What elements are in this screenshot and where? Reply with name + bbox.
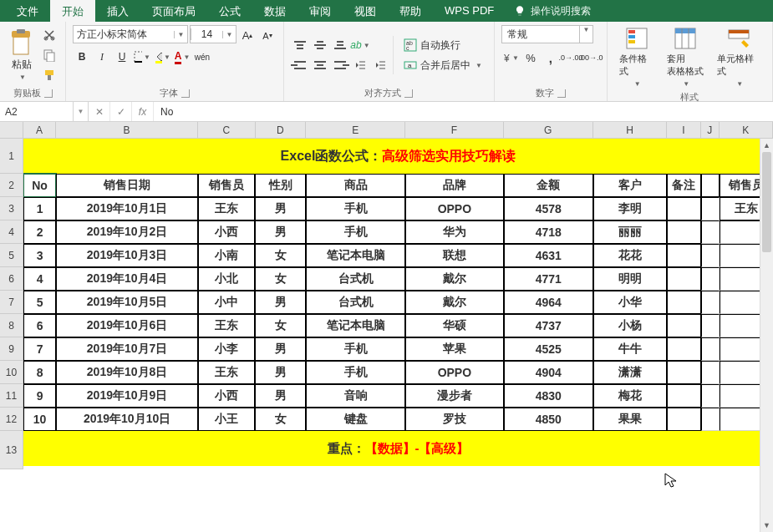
data-cell[interactable]: 笔记本电脑 [306, 314, 405, 337]
column-header-J[interactable]: J [701, 122, 720, 139]
align-right-button[interactable] [331, 57, 349, 73]
data-cell[interactable]: 潇潇 [593, 361, 667, 384]
column-header-F[interactable]: F [405, 122, 503, 139]
data-cell[interactable]: 手机 [306, 220, 405, 244]
select-all-corner[interactable] [0, 122, 23, 139]
row-header-13[interactable]: 13 [0, 431, 23, 469]
data-cell[interactable]: 4771 [504, 267, 593, 291]
font-size-combo[interactable]: 14 ▼ [190, 25, 236, 43]
row-header-9[interactable]: 9 [0, 337, 23, 361]
font-name-combo[interactable]: 方正小标宋简体 ▼ [73, 25, 188, 43]
row-header-11[interactable]: 11 [0, 384, 23, 408]
data-cell[interactable]: 4904 [504, 361, 593, 384]
data-cell[interactable]: 键盘 [306, 408, 405, 431]
header-cell[interactable]: 品牌 [405, 174, 503, 197]
column-header-G[interactable]: G [504, 122, 593, 139]
data-cell[interactable]: 苹果 [405, 337, 503, 361]
data-cell[interactable]: OPPO [405, 197, 503, 220]
data-cell[interactable]: 华硕 [405, 314, 503, 337]
data-cell[interactable]: 小中 [198, 291, 255, 314]
paste-button[interactable]: 粘贴 ▼ [7, 28, 37, 83]
tab-wps-pdf[interactable]: WPS PDF [433, 0, 506, 22]
data-cell[interactable]: 小华 [593, 291, 667, 314]
tab-view[interactable]: 视图 [343, 0, 388, 22]
format-painter-button[interactable] [40, 66, 58, 84]
chevron-down-icon[interactable]: ▼ [579, 26, 592, 43]
dialog-launcher-icon[interactable] [404, 89, 413, 98]
align-top-button[interactable] [291, 37, 309, 53]
tab-file[interactable]: 文件 [5, 0, 50, 22]
header-cell[interactable]: 备注 [667, 174, 701, 197]
dialog-launcher-icon[interactable] [181, 89, 190, 98]
cell[interactable] [701, 291, 720, 314]
data-cell[interactable]: 王东 [198, 314, 255, 337]
scroll-thumb[interactable] [762, 152, 771, 252]
cut-button[interactable] [40, 26, 58, 44]
cancel-formula-button[interactable]: ✕ [89, 102, 110, 121]
data-cell[interactable]: 6 [23, 314, 56, 337]
data-cell[interactable]: 男 [255, 291, 306, 314]
data-cell[interactable]: 男 [255, 337, 306, 361]
data-cell[interactable]: 王东 [198, 197, 255, 220]
data-cell[interactable] [667, 244, 701, 267]
data-cell[interactable]: 2019年10月7日 [56, 337, 198, 361]
data-cell[interactable]: 笔记本电脑 [306, 244, 405, 267]
scroll-down-button[interactable]: ▼ [760, 519, 773, 532]
data-cell[interactable]: 男 [255, 220, 306, 244]
row-header-12[interactable]: 12 [0, 408, 23, 431]
tab-review[interactable]: 审阅 [298, 0, 343, 22]
wrap-text-button[interactable]: abc自动换行 [399, 36, 487, 54]
data-cell[interactable] [667, 267, 701, 291]
data-cell[interactable]: 梅花 [593, 384, 667, 408]
font-color-button[interactable]: A▼ [173, 48, 191, 66]
data-cell[interactable]: 小李 [198, 337, 255, 361]
tab-home[interactable]: 开始 [50, 0, 95, 22]
data-cell[interactable]: 李明 [593, 197, 667, 220]
data-cell[interactable]: 2019年10月4日 [56, 267, 198, 291]
data-cell[interactable]: OPPO [405, 361, 503, 384]
column-header-A[interactable]: A [23, 122, 56, 139]
header-cell[interactable]: 销售日期 [56, 174, 198, 197]
data-cell[interactable]: 2019年10月2日 [56, 220, 198, 244]
accounting-format-button[interactable]: ¥▼ [501, 48, 520, 67]
data-cell[interactable]: 王东 [198, 361, 255, 384]
cell[interactable] [701, 220, 720, 244]
title-cell[interactable]: Excel函数公式：高级筛选实用技巧解读 [23, 139, 773, 174]
data-cell[interactable]: 4737 [504, 314, 593, 337]
spreadsheet-grid[interactable]: 12345678910111213 ABCDEFGHIJK Excel函数公式：… [0, 122, 773, 532]
align-bottom-button[interactable] [331, 37, 349, 53]
data-cell[interactable]: 4 [23, 267, 56, 291]
data-cell[interactable]: 男 [255, 361, 306, 384]
row-header-2[interactable]: 2 [0, 174, 23, 197]
data-cell[interactable]: 花花 [593, 244, 667, 267]
data-cell[interactable]: 戴尔 [405, 267, 503, 291]
chevron-down-icon[interactable]: ▼ [222, 31, 236, 38]
row-header-8[interactable]: 8 [0, 314, 23, 337]
data-cell[interactable]: 10 [23, 408, 56, 431]
data-cell[interactable]: 5 [23, 291, 56, 314]
data-cell[interactable]: 男 [255, 384, 306, 408]
data-cell[interactable]: 女 [255, 244, 306, 267]
data-cell[interactable]: 戴尔 [405, 291, 503, 314]
dialog-launcher-icon[interactable] [557, 89, 566, 98]
data-cell[interactable] [667, 384, 701, 408]
data-cell[interactable]: 女 [255, 314, 306, 337]
data-cell[interactable]: 男 [255, 197, 306, 220]
cell[interactable] [701, 267, 720, 291]
conditional-format-button[interactable]: 条件格式▼ [614, 25, 659, 89]
data-cell[interactable]: 3 [23, 244, 56, 267]
data-cell[interactable]: 罗技 [405, 408, 503, 431]
column-header-K[interactable]: K [720, 122, 773, 139]
data-cell[interactable]: 手机 [306, 197, 405, 220]
row-header-6[interactable]: 6 [0, 267, 23, 291]
data-cell[interactable]: 1 [23, 197, 56, 220]
tab-formula[interactable]: 公式 [207, 0, 252, 22]
data-cell[interactable]: 2 [23, 220, 56, 244]
scroll-track[interactable] [760, 152, 773, 519]
column-header-E[interactable]: E [306, 122, 405, 139]
data-cell[interactable] [667, 337, 701, 361]
data-cell[interactable]: 4850 [504, 408, 593, 431]
name-box-dropdown[interactable]: ▼ [74, 102, 89, 121]
row-header-5[interactable]: 5 [0, 244, 23, 267]
data-cell[interactable]: 丽丽 [593, 220, 667, 244]
